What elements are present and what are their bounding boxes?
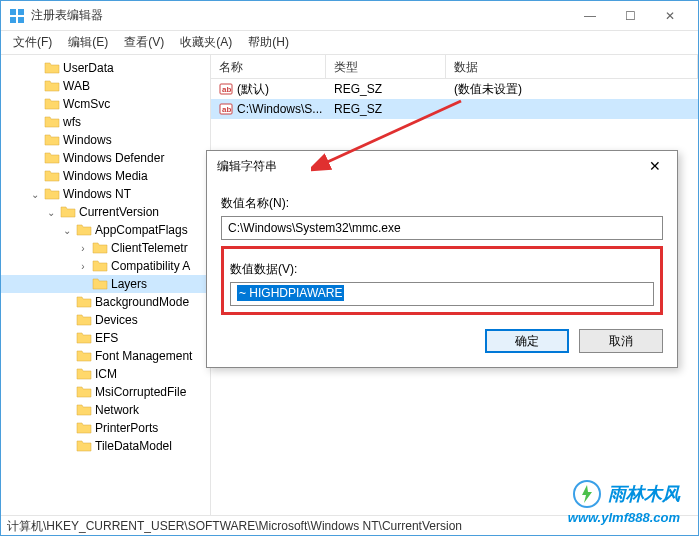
- tree-node[interactable]: PrinterPorts: [1, 419, 210, 437]
- list-row[interactable]: abC:\Windows\S...REG_SZ: [211, 99, 698, 119]
- tree-node[interactable]: Network: [1, 401, 210, 419]
- tree-node[interactable]: Font Management: [1, 347, 210, 365]
- tree-node[interactable]: BackgroundMode: [1, 293, 210, 311]
- expander-open-icon[interactable]: ⌄: [29, 189, 41, 200]
- minimize-button[interactable]: —: [570, 2, 610, 30]
- tree-node[interactable]: ›Compatibility A: [1, 257, 210, 275]
- titlebar: 注册表编辑器 — ☐ ✕: [1, 1, 698, 31]
- folder-icon: [76, 349, 92, 363]
- cell-name: abC:\Windows\S...: [211, 100, 326, 118]
- menubar: 文件(F) 编辑(E) 查看(V) 收藏夹(A) 帮助(H): [1, 31, 698, 55]
- tree-label: CurrentVersion: [79, 205, 159, 219]
- folder-icon: [76, 331, 92, 345]
- tree-panel[interactable]: UserDataWABWcmSvcwfsWindowsWindows Defen…: [1, 55, 211, 515]
- tree-label: Compatibility A: [111, 259, 190, 273]
- folder-icon: [44, 169, 60, 183]
- folder-icon: [76, 439, 92, 453]
- tree-node[interactable]: MsiCorruptedFile: [1, 383, 210, 401]
- expander-closed-icon[interactable]: ›: [77, 261, 89, 272]
- cell-type: REG_SZ: [326, 100, 446, 118]
- tree-label: TileDataModel: [95, 439, 172, 453]
- tree-node[interactable]: Layers: [1, 275, 210, 293]
- list-header: 名称 类型 数据: [211, 55, 698, 79]
- tree-label: ClientTelemetr: [111, 241, 188, 255]
- svg-rect-3: [18, 17, 24, 23]
- tree-label: Windows: [63, 133, 112, 147]
- folder-icon: [76, 313, 92, 327]
- ok-button[interactable]: 确定: [485, 329, 569, 353]
- tree-node[interactable]: UserData: [1, 59, 210, 77]
- svg-rect-2: [10, 17, 16, 23]
- folder-icon: [92, 277, 108, 291]
- menu-edit[interactable]: 编辑(E): [60, 32, 116, 53]
- value-data-input[interactable]: [230, 282, 654, 306]
- tree-node[interactable]: Windows Defender: [1, 149, 210, 167]
- tree-label: PrinterPorts: [95, 421, 158, 435]
- folder-icon: [60, 205, 76, 219]
- tree-node[interactable]: ›ClientTelemetr: [1, 239, 210, 257]
- cell-name: ab(默认): [211, 79, 326, 100]
- app-icon: [9, 8, 25, 24]
- folder-icon: [44, 151, 60, 165]
- menu-file[interactable]: 文件(F): [5, 32, 60, 53]
- folder-icon: [76, 385, 92, 399]
- dialog-buttons: 确定 取消: [221, 329, 663, 353]
- menu-view[interactable]: 查看(V): [116, 32, 172, 53]
- window-title: 注册表编辑器: [31, 7, 570, 24]
- tree-label: WAB: [63, 79, 90, 93]
- tree-node[interactable]: ICM: [1, 365, 210, 383]
- folder-icon: [76, 403, 92, 417]
- folder-icon: [76, 223, 92, 237]
- tree-label: Network: [95, 403, 139, 417]
- folder-icon: [76, 367, 92, 381]
- menu-favorites[interactable]: 收藏夹(A): [172, 32, 240, 53]
- annotation-highlight: 数值数据(V): ~ HIGHDPIAWARE: [221, 246, 663, 315]
- string-value-icon: ab: [219, 102, 233, 116]
- svg-rect-1: [18, 9, 24, 15]
- col-header-type[interactable]: 类型: [326, 55, 446, 78]
- cell-data: (数值未设置): [446, 79, 698, 100]
- tree-node[interactable]: Devices: [1, 311, 210, 329]
- tree-label: Devices: [95, 313, 138, 327]
- tree-node[interactable]: EFS: [1, 329, 210, 347]
- tree-label: wfs: [63, 115, 81, 129]
- expander-open-icon[interactable]: ⌄: [45, 207, 57, 218]
- expander-open-icon[interactable]: ⌄: [61, 225, 73, 236]
- tree-node[interactable]: ⌄AppCompatFlags: [1, 221, 210, 239]
- edit-string-dialog: 编辑字符串 ✕ 数值名称(N): 数值数据(V): ~ HIGHDPIAWARE…: [206, 150, 678, 368]
- tree-label: WcmSvc: [63, 97, 110, 111]
- tree-node[interactable]: ⌄Windows NT: [1, 185, 210, 203]
- value-name-input[interactable]: [221, 216, 663, 240]
- folder-icon: [44, 133, 60, 147]
- folder-icon: [92, 259, 108, 273]
- tree-node[interactable]: TileDataModel: [1, 437, 210, 455]
- col-header-data[interactable]: 数据: [446, 55, 698, 78]
- dialog-titlebar: 编辑字符串 ✕: [207, 151, 677, 181]
- tree-node[interactable]: wfs: [1, 113, 210, 131]
- tree-label: Windows Media: [63, 169, 148, 183]
- tree-node[interactable]: WAB: [1, 77, 210, 95]
- svg-text:ab: ab: [222, 105, 231, 114]
- tree-node[interactable]: WcmSvc: [1, 95, 210, 113]
- tree-node[interactable]: Windows: [1, 131, 210, 149]
- folder-icon: [44, 97, 60, 111]
- menu-help[interactable]: 帮助(H): [240, 32, 297, 53]
- maximize-button[interactable]: ☐: [610, 2, 650, 30]
- dialog-body: 数值名称(N): 数值数据(V): ~ HIGHDPIAWARE 确定 取消: [207, 181, 677, 367]
- cell-data: [446, 107, 698, 111]
- tree-label: Layers: [111, 277, 147, 291]
- col-header-name[interactable]: 名称: [211, 55, 326, 78]
- tree-node[interactable]: ⌄CurrentVersion: [1, 203, 210, 221]
- dialog-title: 编辑字符串: [217, 158, 643, 175]
- tree-node[interactable]: Windows Media: [1, 167, 210, 185]
- tree-label: UserData: [63, 61, 114, 75]
- svg-text:ab: ab: [222, 85, 231, 94]
- tree-label: ICM: [95, 367, 117, 381]
- list-row[interactable]: ab(默认)REG_SZ(数值未设置): [211, 79, 698, 99]
- cancel-button[interactable]: 取消: [579, 329, 663, 353]
- list-rows: ab(默认)REG_SZ(数值未设置)abC:\Windows\S...REG_…: [211, 79, 698, 119]
- expander-closed-icon[interactable]: ›: [77, 243, 89, 254]
- svg-rect-0: [10, 9, 16, 15]
- close-button[interactable]: ✕: [650, 2, 690, 30]
- dialog-close-button[interactable]: ✕: [643, 158, 667, 174]
